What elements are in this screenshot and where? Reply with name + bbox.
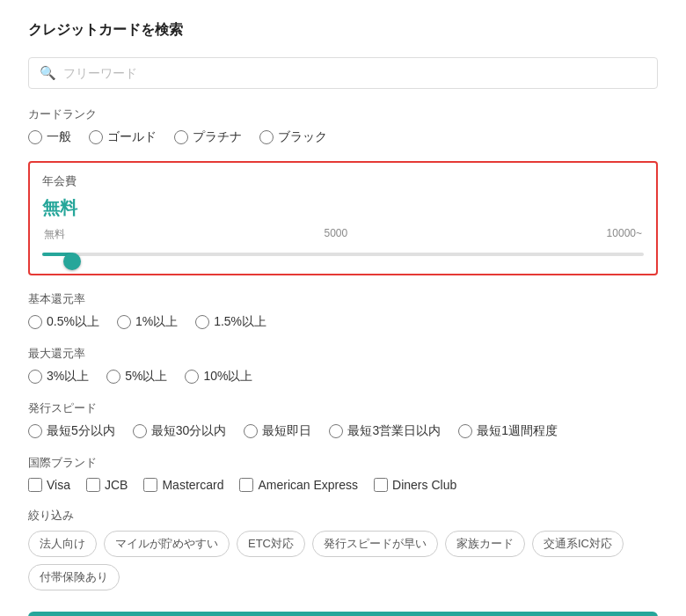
rank-radio-platinum[interactable] (174, 130, 188, 144)
basic-return-label-1.5: 1.5%以上 (214, 314, 266, 330)
annual-fee-value: 無料 (42, 196, 644, 220)
rank-option-general[interactable]: 一般 (28, 129, 71, 145)
rank-label-gold: ゴールド (107, 129, 157, 145)
brand-checkbox-jcb[interactable] (86, 478, 100, 492)
max-return-radio-10[interactable] (185, 370, 199, 384)
tag-fast-issue[interactable]: 発行スピードが早い (312, 531, 438, 557)
brand-checkbox-amex[interactable] (239, 478, 253, 492)
tag-miles[interactable]: マイルが貯めやすい (104, 531, 230, 557)
brand-checkbox-visa[interactable] (28, 478, 42, 492)
brand-checkbox-group: Visa JCB Mastercard American Express Din… (28, 478, 658, 492)
rank-option-gold[interactable]: ゴールド (89, 129, 157, 145)
issue-speed-1week[interactable]: 最短1週間程度 (458, 423, 558, 439)
brand-mastercard[interactable]: Mastercard (143, 478, 223, 492)
issue-speed-label-5min: 最短5分以内 (47, 423, 115, 439)
issue-speed-label-30min: 最短30分以内 (151, 423, 227, 439)
basic-return-radio-0.5[interactable] (28, 315, 42, 329)
brand-checkbox-mastercard[interactable] (143, 478, 157, 492)
issue-speed-label-1week: 最短1週間程度 (477, 423, 558, 439)
issue-speed-same-day[interactable]: 最短即日 (244, 423, 311, 439)
tag-insurance[interactable]: 付帯保険あり (28, 564, 120, 590)
page-title: クレジットカードを検索 (28, 21, 658, 40)
brand-label-diners: Diners Club (392, 478, 456, 492)
issue-speed-3days[interactable]: 最短3営業日以内 (329, 423, 441, 439)
issue-speed-label-3days: 最短3営業日以内 (347, 423, 441, 439)
range-label-min: 無料 (44, 227, 65, 242)
range-slider-wrap (42, 246, 644, 263)
basic-return-radio-1.5[interactable] (195, 315, 209, 329)
basic-return-label: 基本還元率 (28, 291, 658, 307)
rank-label-general: 一般 (47, 129, 71, 145)
brand-diners[interactable]: Diners Club (374, 478, 456, 492)
search-icon: 🔍 (40, 65, 56, 81)
basic-return-label-0.5: 0.5%以上 (47, 314, 99, 330)
rank-label-black: ブラック (278, 129, 327, 145)
basic-return-radio-1[interactable] (117, 315, 131, 329)
max-return-5[interactable]: 5%以上 (106, 369, 167, 385)
brand-label: 国際ブランド (28, 455, 658, 471)
basic-return-label-1: 1%以上 (135, 314, 178, 330)
max-return-3[interactable]: 3%以上 (28, 369, 89, 385)
issue-speed-30min[interactable]: 最短30分以内 (133, 423, 227, 439)
rank-radio-general[interactable] (28, 130, 42, 144)
issue-speed-radio-1week[interactable] (458, 424, 472, 438)
brand-label-visa: Visa (47, 478, 70, 492)
brand-visa[interactable]: Visa (28, 478, 70, 492)
range-label-mid: 5000 (324, 227, 347, 242)
card-rank-label: カードランク (28, 106, 658, 122)
issue-speed-radio-30min[interactable] (133, 424, 147, 438)
brand-label-mastercard: Mastercard (162, 478, 223, 492)
rank-radio-black[interactable] (259, 130, 274, 144)
max-return-10[interactable]: 10%以上 (185, 369, 252, 385)
basic-return-group: 0.5%以上 1%以上 1.5%以上 (28, 314, 658, 330)
tag-family-card[interactable]: 家族カード (445, 531, 525, 557)
brand-checkbox-diners[interactable] (374, 478, 388, 492)
range-thumb[interactable] (63, 253, 81, 270)
max-return-label-10: 10%以上 (203, 369, 252, 385)
annual-fee-section: 年会費 無料 無料 5000 10000~ (28, 161, 658, 275)
brand-section: 国際ブランド Visa JCB Mastercard American Expr… (28, 455, 658, 492)
max-return-group: 3%以上 5%以上 10%以上 (28, 369, 658, 385)
basic-return-1.5[interactable]: 1.5%以上 (195, 314, 266, 330)
card-rank-group: 一般 ゴールド プラチナ ブラック (28, 129, 658, 145)
tag-etc[interactable]: ETC対応 (237, 531, 305, 557)
brand-label-jcb: JCB (105, 478, 128, 492)
issue-speed-section: 発行スピード 最短5分以内 最短30分以内 最短即日 最短3営業日以内 最短1週… (28, 400, 658, 439)
issue-speed-radio-3days[interactable] (329, 424, 343, 438)
brand-amex[interactable]: American Express (239, 478, 358, 492)
card-rank-section: カードランク 一般 ゴールド プラチナ ブラック (28, 106, 658, 145)
issue-speed-group: 最短5分以内 最短30分以内 最短即日 最短3営業日以内 最短1週間程度 (28, 423, 658, 439)
range-labels: 無料 5000 10000~ (42, 227, 644, 242)
tag-group: 法人向け マイルが貯めやすい ETC対応 発行スピードが早い 家族カード 交通系… (28, 531, 658, 590)
max-return-label: 最大還元率 (28, 346, 658, 362)
tag-corporate[interactable]: 法人向け (28, 531, 97, 557)
rank-radio-gold[interactable] (89, 130, 103, 144)
max-return-label-3: 3%以上 (47, 369, 89, 385)
filters-label: 絞り込み (28, 508, 658, 524)
rank-label-platinum: プラチナ (193, 129, 242, 145)
issue-speed-radio-5min[interactable] (28, 424, 42, 438)
max-return-section: 最大還元率 3%以上 5%以上 10%以上 (28, 346, 658, 385)
issue-speed-5min[interactable]: 最短5分以内 (28, 423, 115, 439)
tag-transit[interactable]: 交通系IC対応 (532, 531, 624, 557)
issue-speed-label: 発行スピード (28, 400, 658, 416)
brand-label-amex: American Express (258, 478, 358, 492)
search-box: 🔍 (28, 57, 658, 89)
search-input[interactable] (63, 66, 646, 80)
basic-return-section: 基本還元率 0.5%以上 1%以上 1.5%以上 (28, 291, 658, 330)
basic-return-0.5[interactable]: 0.5%以上 (28, 314, 99, 330)
search-button[interactable]: 検索 (28, 612, 658, 616)
max-return-label-5: 5%以上 (125, 369, 167, 385)
max-return-radio-3[interactable] (28, 370, 42, 384)
range-track (42, 253, 644, 256)
brand-jcb[interactable]: JCB (86, 478, 128, 492)
rank-option-black[interactable]: ブラック (259, 129, 327, 145)
issue-speed-label-same-day: 最短即日 (262, 423, 311, 439)
annual-fee-label: 年会費 (42, 173, 644, 189)
rank-option-platinum[interactable]: プラチナ (174, 129, 242, 145)
issue-speed-radio-same-day[interactable] (244, 424, 258, 438)
basic-return-1[interactable]: 1%以上 (117, 314, 178, 330)
range-label-max: 10000~ (607, 227, 642, 242)
filters-section: 絞り込み 法人向け マイルが貯めやすい ETC対応 発行スピードが早い 家族カー… (28, 508, 658, 590)
max-return-radio-5[interactable] (106, 370, 120, 384)
